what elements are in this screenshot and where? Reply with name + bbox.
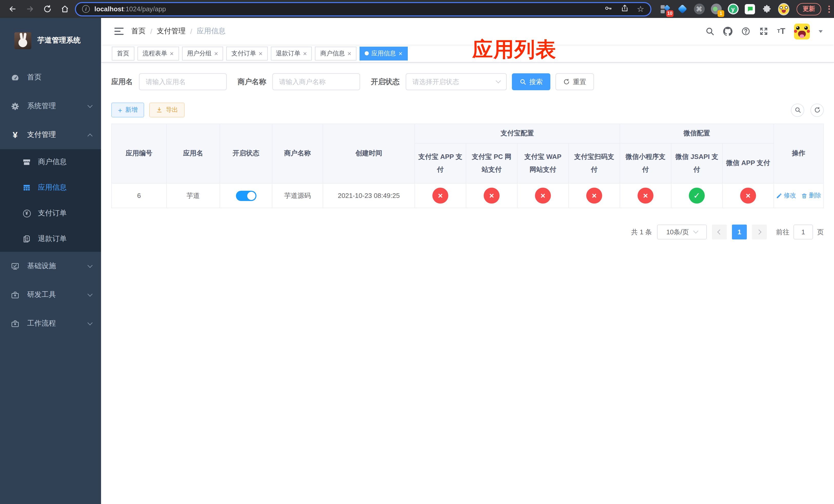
close-icon[interactable]: × — [170, 50, 174, 56]
close-icon[interactable]: × — [398, 50, 402, 56]
url-text: localhost:1024/pay/app — [94, 5, 599, 13]
cell-wechat-mini-status: × — [620, 183, 671, 208]
font-size-icon[interactable]: TT — [777, 27, 785, 36]
cell-status — [220, 183, 272, 208]
sidebar-item-home[interactable]: 首页 — [0, 63, 101, 92]
page-number-button[interactable]: 1 — [732, 225, 747, 239]
export-button[interactable]: 导出 — [149, 102, 185, 117]
status-icon: × — [638, 188, 654, 204]
user-avatar[interactable] — [794, 23, 810, 39]
tag-home[interactable]: 首页 — [112, 46, 134, 60]
reload-button[interactable] — [40, 2, 54, 16]
search-icon[interactable] — [705, 27, 715, 36]
chevron-down-icon — [87, 291, 93, 296]
extension-proxy-icon[interactable]: 1 — [710, 3, 722, 15]
chevron-left-icon — [717, 229, 722, 234]
avatar-caret-icon[interactable] — [819, 30, 823, 32]
site-info-icon[interactable]: i — [82, 5, 90, 13]
cell-alipay-wap-status: × — [517, 183, 569, 208]
page-unit-label: 页 — [817, 227, 824, 237]
tag-merchant-info[interactable]: 商户信息× — [315, 46, 356, 60]
extension-y-icon[interactable]: y — [727, 3, 739, 15]
sidebar-item-label: 退款订单 — [38, 234, 67, 244]
annotation-text: 应用列表 — [473, 36, 556, 64]
extension-chat-icon[interactable] — [744, 3, 755, 15]
sidebar-item-label: 首页 — [27, 73, 42, 82]
add-button[interactable]: + 新增 — [111, 102, 144, 117]
sidebar-item-workflow[interactable]: 工作流程 — [0, 309, 101, 338]
cell-wechat-jsapi-status: ✓ — [671, 183, 722, 208]
browser-profile-avatar[interactable] — [778, 3, 789, 15]
password-key-icon[interactable] — [604, 4, 612, 14]
sidebar-item-app-info[interactable]: 应用信息 — [0, 175, 101, 201]
top-navbar: 首页 / 支付管理 / 应用信息 — [101, 18, 834, 45]
sidebar-item-merchant-info[interactable]: 商户信息 — [0, 149, 101, 175]
close-icon[interactable]: × — [259, 50, 262, 56]
close-icon[interactable]: × — [348, 50, 351, 56]
chevron-down-icon — [87, 262, 93, 268]
sidebar-item-pay-orders[interactable]: ¥ 支付订单 — [0, 201, 101, 226]
tag-process-form[interactable]: 流程表单× — [137, 46, 179, 60]
delete-button[interactable]: 删除 — [801, 191, 821, 200]
breadcrumb-home[interactable]: 首页 — [131, 27, 146, 36]
refresh-button[interactable] — [810, 103, 824, 117]
back-button[interactable] — [5, 2, 20, 16]
logo-rabbit-image — [14, 32, 31, 49]
briefcase-icon — [11, 319, 20, 328]
col-alipay-wap: 支付宝 WAP 网站支付 — [517, 143, 569, 183]
sidebar-item-infrastructure[interactable]: 基础设施 — [0, 252, 101, 280]
sidebar-collapse-icon[interactable] — [101, 27, 131, 35]
sidebar-item-refund-orders[interactable]: 退款订单 — [0, 226, 101, 252]
navbar-actions: TT — [705, 23, 834, 39]
tag-user-group[interactable]: 用户分组× — [182, 46, 223, 60]
edit-button[interactable]: 修改 — [776, 191, 796, 200]
next-page-button[interactable] — [752, 225, 767, 239]
browser-update-button[interactable]: 更新 — [796, 3, 821, 15]
extension-command-icon[interactable]: ⌘ — [694, 3, 705, 15]
extension-blocks-icon[interactable]: 10 — [660, 3, 671, 15]
help-icon[interactable] — [741, 27, 750, 36]
yen-icon: ¥ — [11, 131, 20, 139]
reset-button[interactable]: 重置 — [555, 73, 594, 90]
close-icon[interactable]: × — [303, 50, 307, 56]
storefront-icon — [23, 158, 31, 166]
sidebar-item-system[interactable]: 系统管理 — [0, 92, 101, 120]
prev-page-button[interactable] — [712, 225, 727, 239]
close-icon[interactable]: × — [214, 50, 218, 56]
status-select[interactable]: 请选择开启状态 — [406, 73, 507, 90]
cell-merchant: 芋道源码 — [272, 183, 323, 208]
extension-kite-icon[interactable] — [677, 3, 688, 15]
col-merchant: 商户名称 — [272, 124, 323, 183]
enabled-switch[interactable] — [236, 190, 256, 201]
plus-icon: + — [118, 107, 122, 114]
bookmark-star-icon[interactable]: ☆ — [637, 5, 644, 13]
forward-button[interactable] — [23, 2, 37, 16]
toggle-search-button[interactable] — [791, 103, 804, 117]
merchant-name-input[interactable] — [272, 73, 360, 90]
github-icon[interactable] — [723, 27, 732, 36]
extension-badge: 10 — [666, 10, 674, 17]
sidebar-item-label: 系统管理 — [27, 101, 56, 111]
app-name-input[interactable] — [139, 73, 227, 90]
app-logo[interactable]: 芋道管理系统 — [0, 18, 101, 63]
extensions-menu-icon[interactable] — [761, 3, 772, 15]
tag-refund-orders[interactable]: 退款订单× — [271, 46, 312, 60]
page-size-select[interactable]: 10条/页 — [657, 225, 707, 239]
sidebar-item-dev-tools[interactable]: 研发工具 — [0, 280, 101, 309]
screen: i localhost:1024/pay/app ☆ 10 ⌘ — [0, 0, 834, 504]
share-icon[interactable] — [620, 4, 629, 14]
address-bar[interactable]: i localhost:1024/pay/app ☆ — [75, 2, 652, 16]
goto-page-input[interactable] — [793, 225, 813, 239]
home-button[interactable] — [58, 2, 72, 16]
browser-menu-icon[interactable] — [828, 5, 830, 13]
sidebar-item-payment[interactable]: ¥ 支付管理 — [0, 120, 101, 149]
search-button[interactable]: 搜索 — [512, 73, 550, 90]
status-icon: ✓ — [689, 188, 705, 204]
tag-pay-orders[interactable]: 支付订单× — [226, 46, 267, 60]
col-alipay-pc: 支付宝 PC 网站支付 — [466, 143, 517, 183]
breadcrumb-payment[interactable]: 支付管理 — [157, 27, 186, 36]
status-icon: × — [484, 188, 500, 204]
chevron-down-icon — [87, 102, 93, 108]
fullscreen-icon[interactable] — [759, 27, 768, 36]
tag-app-info[interactable]: 应用信息× — [359, 46, 408, 60]
